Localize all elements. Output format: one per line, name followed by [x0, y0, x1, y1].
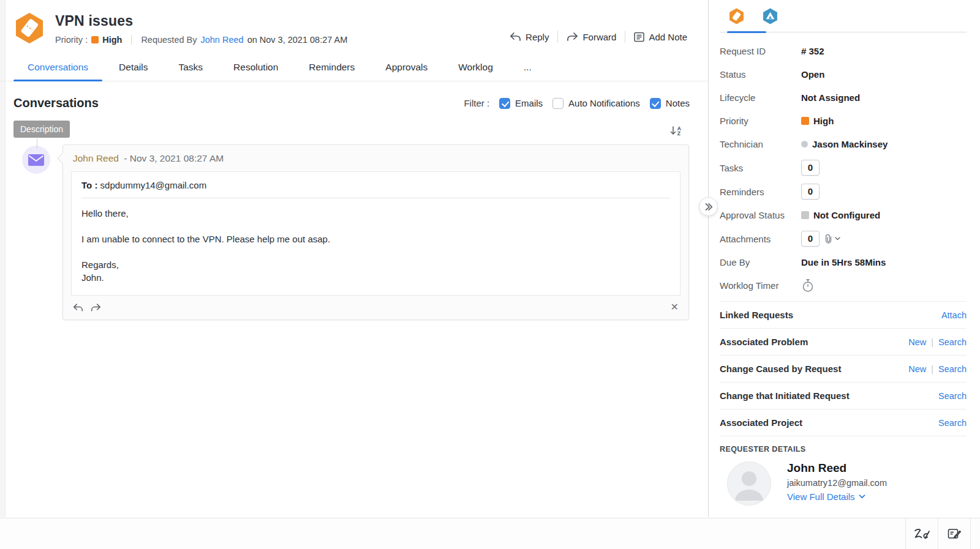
action-separator: |: [931, 364, 933, 374]
property-value: Not Configured: [801, 210, 880, 220]
linked-section-row: Change that Initiated Request Search: [720, 382, 967, 409]
property-row: Tasks 0: [720, 160, 967, 176]
linked-section-row: Associated Project Search: [720, 409, 967, 436]
section-action-link[interactable]: Attach: [941, 310, 967, 320]
overflow-dots-icon[interactable]: ⋮: [976, 528, 980, 540]
property-row: Worklog Timer: [720, 278, 967, 293]
count-box[interactable]: 0: [801, 160, 820, 176]
priority-color-swatch: [91, 36, 99, 43]
envelope-icon: [28, 154, 44, 166]
count-box[interactable]: 0: [801, 231, 820, 247]
priority-label: Priority :: [55, 35, 88, 45]
property-value: Open: [801, 69, 824, 80]
requester-link[interactable]: John Reed: [200, 35, 243, 45]
reply-button[interactable]: Reply: [510, 32, 549, 42]
section-action-link[interactable]: Search: [938, 337, 967, 347]
attachment-button[interactable]: [824, 234, 840, 244]
property-row: Status Open: [720, 67, 967, 82]
tab[interactable]: Tasks: [163, 56, 218, 81]
requester-email: jaikumatry12@gmail.com: [787, 478, 887, 488]
section-actions: New | Search: [908, 337, 967, 347]
conversation-filters: Filter : Emails Auto Notifications: [464, 98, 690, 109]
close-card-button[interactable]: ✕: [671, 302, 679, 312]
action-divider: [625, 31, 625, 43]
description-badge: Description: [13, 121, 70, 138]
checkbox[interactable]: [650, 98, 661, 109]
tab[interactable]: Approvals: [370, 56, 443, 81]
sidebar-tabs: [720, 0, 967, 32]
collapse-panel-button[interactable]: [699, 197, 718, 216]
priority-value: High: [102, 35, 122, 45]
tab[interactable]: Conversations: [12, 56, 104, 81]
linked-sections: Linked Requests Attach Associated Proble…: [720, 301, 967, 436]
toolbar-overflow[interactable]: ⋮: [970, 518, 980, 549]
reply-email-button[interactable]: [73, 303, 83, 312]
property-label: Due By: [720, 257, 801, 267]
status-color-swatch: [801, 211, 809, 219]
forward-button[interactable]: Forward: [567, 32, 616, 42]
property-value: Not Assigned: [801, 92, 860, 103]
requested-by-label: Requested By: [141, 35, 197, 45]
section-label: Associated Project: [720, 417, 802, 428]
meta-divider: [131, 35, 132, 45]
main-panel: VPN issues Priority : High Requested By …: [0, 0, 708, 517]
section-actions: Search: [938, 391, 967, 401]
property-value: High: [801, 116, 834, 126]
chevron-down-icon: [835, 237, 840, 241]
filter-checkbox-item[interactable]: Notes: [650, 98, 690, 109]
tab[interactable]: ...: [508, 56, 547, 81]
count-box[interactable]: 0: [801, 184, 820, 200]
status-color-swatch: [801, 117, 809, 125]
email-timestamp: - Nov 3, 2021 08:27 AM: [124, 153, 224, 163]
sidebar-tab-request[interactable]: [728, 8, 745, 24]
request-meta: Priority : High Requested By John Reed o…: [55, 35, 347, 45]
email-body-text: Hello there, I am unable to connect to t…: [81, 207, 670, 285]
section-actions: Search: [938, 418, 967, 428]
property-row: Lifecycle Not Assigned: [720, 90, 967, 105]
compose-icon: [948, 528, 962, 540]
checkbox[interactable]: [552, 98, 564, 109]
compose-note-button[interactable]: [938, 518, 970, 549]
section-action-link[interactable]: Search: [938, 418, 967, 428]
stopwatch-icon: [801, 278, 815, 293]
tab[interactable]: Reminders: [293, 56, 370, 81]
worklog-timer-button[interactable]: [801, 278, 815, 293]
filter-checkbox-item[interactable]: Emails: [499, 98, 543, 109]
toolbar-spacer: [0, 518, 905, 549]
description-badge-wrap: Description: [13, 121, 70, 138]
tab[interactable]: Worklog: [443, 56, 508, 81]
technician-status-dot: [801, 141, 808, 148]
section-action-link[interactable]: New: [908, 364, 926, 374]
forward-email-button[interactable]: [91, 303, 101, 312]
zia-button[interactable]: [905, 518, 938, 549]
property-label: Lifecycle: [720, 92, 801, 103]
request-properties: Request ID # 352 Status: [720, 43, 967, 293]
email-card-header[interactable]: John Reed - Nov 3, 2021 08:27 AM: [63, 145, 688, 171]
property-row: Approval Status Not Configured: [720, 207, 967, 223]
filter-label: Filter :: [464, 98, 489, 108]
filter-checkbox-item[interactable]: Auto Notifications: [552, 98, 640, 109]
section-action-link[interactable]: Search: [938, 364, 967, 374]
sort-order-button[interactable]: AZ: [670, 125, 681, 136]
forward-icon: [91, 303, 101, 312]
sidebar-tab-lifecycle[interactable]: [762, 8, 778, 24]
property-label: Worklog Timer: [720, 280, 801, 291]
thread-connector-line: [37, 139, 37, 148]
property-value: # 352: [801, 46, 824, 56]
property-row: Priority High: [720, 113, 967, 129]
paperclip-icon: [824, 234, 833, 244]
note-icon: [634, 32, 644, 42]
section-action-link[interactable]: Search: [938, 391, 967, 401]
tab[interactable]: Resolution: [218, 56, 293, 81]
property-row: Request ID # 352: [720, 43, 967, 59]
property-label: Request ID: [720, 46, 801, 56]
linked-section-row: Change Caused by Request New | Search: [720, 355, 967, 382]
view-full-details-link[interactable]: View Full Details: [787, 491, 887, 502]
property-label: Approval Status: [720, 210, 801, 220]
add-note-button[interactable]: Add Note: [634, 32, 687, 42]
checkbox[interactable]: [499, 98, 510, 109]
tab[interactable]: Details: [104, 56, 163, 81]
email-thread-item: John Reed - Nov 3, 2021 08:27 AM To : sd…: [0, 144, 708, 320]
property-label: Reminders: [720, 187, 801, 197]
section-action-link[interactable]: New: [908, 337, 926, 347]
